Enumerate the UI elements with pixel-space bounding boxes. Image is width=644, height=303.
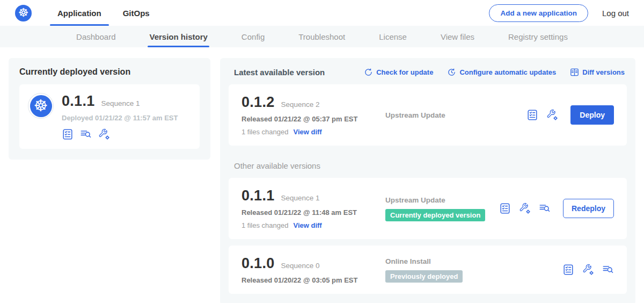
subnav-item-license[interactable]: License xyxy=(377,26,408,47)
config-icon[interactable] xyxy=(582,264,594,276)
currently-deployed-title: Currently deployed version xyxy=(19,67,200,77)
version-source-label: Upstream Update xyxy=(385,111,526,119)
version-number: 0.1.1 xyxy=(241,187,275,204)
check-for-update-link[interactable]: Check for update xyxy=(364,68,433,77)
files-changed-label: 1 files changed xyxy=(241,128,288,136)
subnav-item-view-files[interactable]: View files xyxy=(439,26,476,47)
version-card-0-1-1: 0.1.1 Sequence 1 Released 01/21/22 @ 11:… xyxy=(229,178,627,239)
release-notes-icon[interactable] xyxy=(562,264,574,276)
subnav-item-dashboard[interactable]: Dashboard xyxy=(75,26,117,47)
released-timestamp: Released 01/21/22 @ 05:37 pm EST xyxy=(241,115,375,123)
currently-deployed-badge: Currently deployed version xyxy=(385,209,485,221)
other-versions-title: Other available versions xyxy=(234,161,627,170)
refresh-icon xyxy=(364,68,373,77)
config-icon[interactable] xyxy=(546,109,558,121)
currently-deployed-panel: Currently deployed version ☸ 0.1.1 Seque… xyxy=(9,58,210,160)
version-history-page: Currently deployed version ☸ 0.1.1 Seque… xyxy=(0,47,644,303)
kubernetes-app-icon: ☸ xyxy=(30,95,52,117)
view-diff-link[interactable]: View diff xyxy=(293,221,321,229)
logout-button[interactable]: Log out xyxy=(602,9,629,18)
tab-gitops[interactable]: GitOps xyxy=(115,0,157,26)
view-diff-link[interactable]: View diff xyxy=(293,128,321,136)
currently-deployed-card: ☸ 0.1.1 Sequence 1 Deployed 01/21/22 @ 1… xyxy=(19,84,200,149)
release-notes-icon[interactable] xyxy=(526,109,538,121)
tab-application-label: Application xyxy=(57,9,101,18)
previously-deployed-badge: Previously deployed xyxy=(385,270,463,283)
tab-application[interactable]: Application xyxy=(50,0,109,26)
sequence-label: Sequence 1 xyxy=(281,194,320,202)
configure-automatic-updates-label: Configure automatic updates xyxy=(459,68,556,76)
configure-automatic-updates-link[interactable]: Configure automatic updates xyxy=(447,68,556,77)
deployed-timestamp: Deployed 01/21/22 @ 11:57 am EST xyxy=(62,114,178,122)
released-timestamp: Released 01/20/22 @ 03:05 pm EST xyxy=(241,276,375,284)
diff-versions-label: Diff versions xyxy=(582,68,625,76)
sequence-label: Sequence 2 xyxy=(281,100,320,109)
app-subnav: Dashboard Version history Config Trouble… xyxy=(0,26,644,47)
view-logs-icon[interactable] xyxy=(80,128,92,140)
app-icon-ring: ☸ xyxy=(28,93,54,119)
topbar: ☸ Application GitOps Add a new applicati… xyxy=(0,0,644,26)
version-number: 0.1.2 xyxy=(241,94,275,111)
available-versions-panel: Latest available version Check for updat… xyxy=(220,58,635,303)
files-changed-label: 1 files changed xyxy=(241,221,288,229)
tab-gitops-label: GitOps xyxy=(123,9,150,18)
top-tabs: Application GitOps xyxy=(43,0,157,26)
deployed-version-number: 0.1.1 xyxy=(62,93,95,110)
subnav-item-config[interactable]: Config xyxy=(240,26,266,47)
kubernetes-logo-icon: ☸ xyxy=(15,5,32,21)
deploy-button[interactable]: Deploy xyxy=(570,105,614,125)
diff-icon xyxy=(570,68,579,77)
config-icon[interactable] xyxy=(519,203,531,214)
subnav-item-version-history[interactable]: Version history xyxy=(148,26,209,47)
version-card-latest: 0.1.2 Sequence 2 Released 01/21/22 @ 05:… xyxy=(229,84,627,146)
latest-available-title: Latest available version xyxy=(234,68,325,77)
version-number: 0.1.0 xyxy=(241,255,275,272)
view-logs-icon[interactable] xyxy=(539,203,551,214)
version-card-0-1-0: 0.1.0 Sequence 0 Released 01/20/22 @ 03:… xyxy=(229,246,627,294)
version-source-label: Online Install xyxy=(385,257,562,265)
deployed-sequence-label: Sequence 1 xyxy=(101,99,140,107)
config-icon[interactable] xyxy=(98,128,110,140)
add-application-button[interactable]: Add a new application xyxy=(489,4,588,22)
version-source-label: Upstream Update xyxy=(385,196,499,204)
diff-versions-link[interactable]: Diff versions xyxy=(570,68,625,77)
sequence-label: Sequence 0 xyxy=(281,262,320,270)
release-notes-icon[interactable] xyxy=(62,128,74,140)
redeploy-button[interactable]: Redeploy xyxy=(563,199,614,218)
check-for-update-label: Check for update xyxy=(376,68,433,76)
subnav-item-troubleshoot[interactable]: Troubleshoot xyxy=(297,26,347,47)
view-logs-icon[interactable] xyxy=(602,264,614,276)
schedule-update-icon xyxy=(447,68,456,77)
release-notes-icon[interactable] xyxy=(499,203,511,214)
subnav-item-registry-settings[interactable]: Registry settings xyxy=(507,26,569,47)
released-timestamp: Released 01/21/22 @ 11:48 am EST xyxy=(241,208,375,217)
